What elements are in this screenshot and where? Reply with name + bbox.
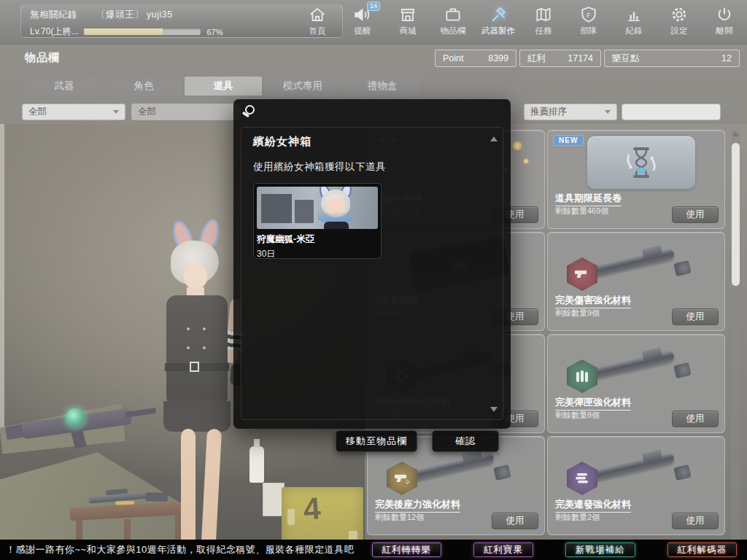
category-dropdown[interactable]: 全部 [22,104,125,120]
bonus-roulette-button[interactable]: 紅利轉轉樂 [372,542,442,557]
scrollbar-thumb[interactable] [732,143,740,286]
nav-clan[interactable]: F 部隊 [566,3,611,42]
material-image [554,338,720,394]
scroll-up-icon[interactable] [732,131,739,136]
lebean-label: 樂豆點 [612,52,640,65]
page-title: 物品欄 [25,51,60,65]
game-lobby: 物品欄 Point 8399 紅利 17174 樂豆點 12 武器 角色 道具 … [0,0,747,560]
tab-characters[interactable]: 角色 [105,77,182,96]
dialog-scroll-up-icon[interactable] [490,136,498,141]
briefcase-icon [444,5,462,24]
material-image [554,440,720,497]
steam-icon [242,105,257,120]
player-record: 無相關紀錄 [30,9,77,21]
nav-home[interactable]: 首頁 [295,3,340,42]
point-label: Point [443,53,464,63]
point-value: 8399 [488,53,508,63]
item-name-link[interactable]: 完美後座力強化材料 [375,498,460,513]
main-nav: 首頁 14 提醒 商城 物品欄 [295,3,747,42]
reward-card[interactable]: 狩魔幽狐-米亞 30日 [253,183,382,259]
confirm-button[interactable]: 確認 [432,430,499,452]
item-name-link[interactable]: 道具期限延長卷 [555,192,622,206]
bottom-bar: ！感謝一路有你~~和大家參與10週年活動，取得紀念稱號、服裝各種限定道具吧 紅利… [0,540,747,560]
nav-missions[interactable]: 任務 [521,3,566,42]
point-balance: Point 8399 [435,50,516,67]
category-dropdown-value: 全部 [28,106,47,118]
nav-inventory[interactable]: 物品欄 [430,3,476,42]
xp-progress-label: 67% [206,28,222,36]
nav-label: 商城 [400,26,417,36]
item-card-extension-scroll[interactable]: NEW 道具期限延長卷 剩餘數量469個 使用 [547,130,725,229]
svg-text:F: F [587,11,591,19]
event-buttons: 紅利轉轉樂 紅利寶果 新戰場補給 紅利解碼器 [372,542,738,557]
grid-scrollbar[interactable] [731,128,740,560]
power-icon [715,5,734,24]
hourglass-icon [622,143,661,182]
bar-chart-icon [624,5,643,24]
item-name-link[interactable]: 完美傷害強化材料 [555,294,631,308]
box-open-dialog: 繽紛女神箱 使用繽紛女神箱獲得以下道具 狩魔幽狐-米亞 30日 [233,99,511,429]
nav-settings[interactable]: 設定 [657,3,702,42]
use-button[interactable]: 使用 [492,513,538,529]
reward-character-portrait [257,187,378,229]
nav-label: 設定 [671,26,688,36]
nickname: yuji35 [147,9,173,20]
purple-rifle [6,392,159,462]
item-name-link[interactable]: 完美彈匣強化材料 [555,396,631,411]
move-to-inventory-button[interactable]: 移動至物品欄 [336,430,417,452]
reward-duration: 30日 [257,248,378,260]
lebean-value: 12 [721,53,732,63]
category-tabs: 武器 角色 道具 模式專用 禮物盒 [26,77,421,96]
bonus-fruit-button[interactable]: 紅利寶果 [473,542,533,557]
nav-label: 任務 [535,26,552,36]
chevron-down-icon [113,110,119,114]
material-image [554,236,720,292]
announcement-ticker: ！感謝一路有你~~和大家參與10週年活動，取得紀念稱號、服裝各種限定道具吧 [6,543,354,556]
dialog-scroll-down-icon[interactable] [490,407,498,412]
use-button[interactable]: 使用 [672,206,719,223]
alert-count-badge: 14 [367,1,380,11]
battlefield-supply-button[interactable]: 新戰場補給 [565,542,635,557]
gear-icon [670,5,689,24]
nav-label: 首頁 [309,26,326,36]
nav-shop[interactable]: 商城 [385,3,430,42]
subcategory-dropdown-value: 全部 [138,106,156,118]
player-name: 〔爆頭王〕 yuji35 [96,9,173,21]
item-quantity: 剩餘數量2個 [555,512,600,523]
nav-label: 離開 [716,26,733,36]
item-card-damage-material[interactable]: 完美傷害強化材料 剩餘數量9個 使用 [547,232,725,331]
item-card-magazine-material[interactable]: 完美彈匣強化材料 剩餘數量8個 使用 [547,334,725,433]
player-level: Lv.70(上將... [30,26,78,38]
nav-exit[interactable]: 離開 [702,3,747,42]
tab-weapons[interactable]: 武器 [26,77,103,96]
nav-label: 紀錄 [626,26,643,36]
xp-progress-bar [84,28,201,35]
item-quantity: 剩餘數量469個 [555,206,608,217]
nav-records[interactable]: 紀錄 [611,3,657,42]
item-name-link[interactable]: 完美連發強化材料 [555,498,631,513]
subcategory-dropdown[interactable]: 全部 [131,104,241,120]
use-button[interactable]: 使用 [672,411,719,427]
dialog-subtitle: 使用繽紛女神箱獲得以下道具 [253,160,491,174]
clan-tag: 〔爆頭王〕 [96,9,144,20]
nav-label: 物品欄 [441,26,466,36]
currency-bar: Point 8399 紅利 17174 樂豆點 12 [435,50,740,67]
nav-label: 武器製作 [481,26,515,36]
use-button[interactable]: 使用 [672,308,719,325]
chevron-down-icon [605,110,611,114]
bonus-label: 紅利 [527,52,546,65]
nav-alerts[interactable]: 14 提醒 [340,3,385,42]
craft-hammer-icon [489,5,508,24]
tab-giftbox[interactable]: 禮物盒 [344,77,421,96]
sort-dropdown[interactable]: 推薦排序 [524,104,617,120]
tab-items[interactable]: 道具 [185,77,262,96]
nav-weapon-craft[interactable]: 武器製作 [476,3,521,42]
use-button[interactable]: 使用 [672,513,719,529]
bonus-decoder-button[interactable]: 紅利解碼器 [667,542,738,557]
search-input[interactable] [622,104,721,120]
top-bar: 無相關紀錄 〔爆頭王〕 yuji35 Lv.70(上將... 67% 首頁 [0,0,747,44]
nav-label: 提醒 [355,26,371,36]
item-card-burst-material[interactable]: 完美連發強化材料 剩餘數量2個 使用 [547,436,725,535]
lebean-balance: 樂豆點 12 [604,50,740,67]
tab-mode-exclusive[interactable]: 模式專用 [264,77,341,96]
